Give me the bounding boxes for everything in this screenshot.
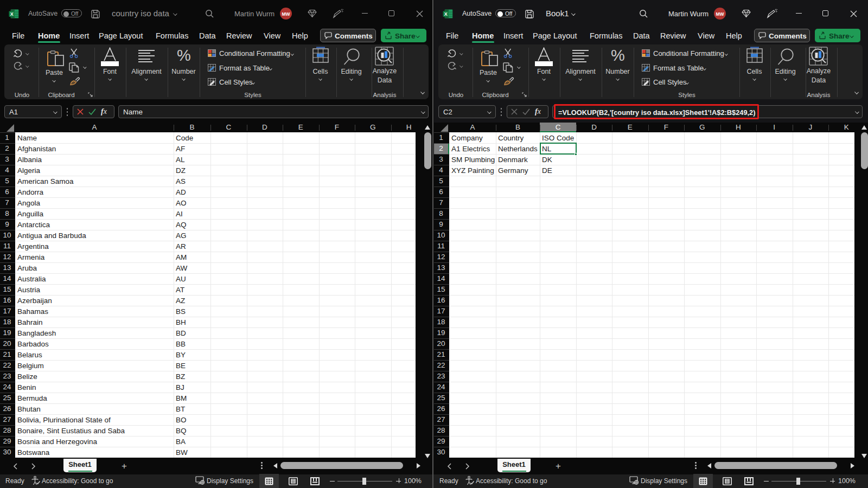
svg-text:X: X <box>444 11 448 17</box>
svg-text:X: X <box>10 11 14 17</box>
